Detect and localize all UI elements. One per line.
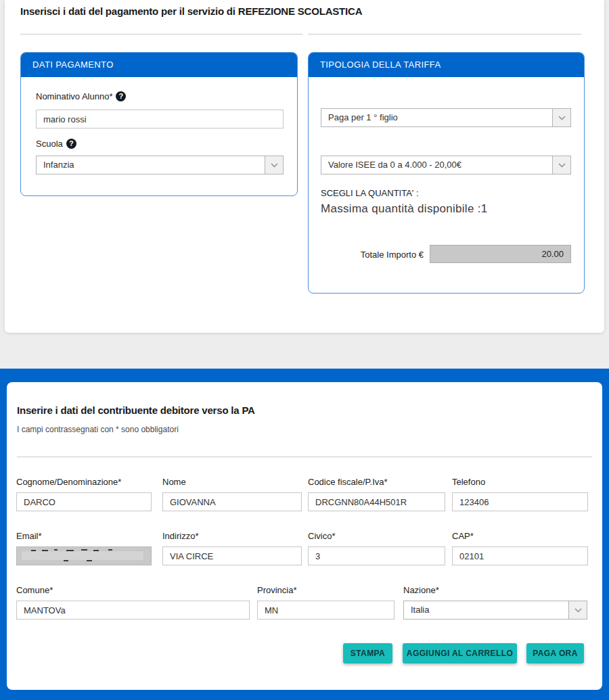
name-input[interactable] <box>162 492 302 511</box>
total-amount-label: Totale Importo € <box>309 250 424 260</box>
tariff-panel-header: TIPOLOGIA DELLA TARIFFA <box>309 53 584 77</box>
phone-input[interactable] <box>452 492 588 511</box>
page-title: Inserisci i dati del pagamento per il se… <box>20 5 362 17</box>
student-name-label: Nominativo Alunno* ? <box>36 91 126 101</box>
payment-entry-card: Inserisci i dati del pagamento per il se… <box>5 0 604 333</box>
chevron-down-icon <box>552 109 570 126</box>
tariff-type-panel: TIPOLOGIA DELLA TARIFFA Paga per 1 ° fig… <box>308 52 585 294</box>
debtor-section-background: Inserire i dati del contribuente debitor… <box>0 369 609 700</box>
total-amount-input <box>430 245 571 263</box>
debtor-section-subtitle: I campi contrassegnati con * sono obblig… <box>17 425 179 434</box>
payment-data-panel: DATI PAGAMENTO Nominativo Alunno* ? Scuo… <box>20 52 298 196</box>
nation-select-value: Italia <box>404 601 568 619</box>
child-number-select-value: Paga per 1 ° figlio <box>321 109 552 126</box>
province-label: Provincia* <box>257 585 297 595</box>
civic-label: Civico* <box>308 531 335 541</box>
school-select[interactable]: Infanzia <box>36 156 284 174</box>
cap-label: CAP* <box>452 531 474 541</box>
email-label: Email* <box>16 531 42 541</box>
fiscal-code-input[interactable] <box>308 492 445 511</box>
province-input[interactable] <box>257 601 394 620</box>
city-label: Comune* <box>16 585 53 595</box>
chevron-down-icon <box>265 156 283 174</box>
nation-label: Nazione* <box>403 585 439 595</box>
city-input[interactable] <box>16 601 250 620</box>
debtor-data-card: Inserire i dati del contribuente debitor… <box>7 382 602 690</box>
question-circle-icon[interactable]: ? <box>66 139 76 149</box>
print-button[interactable]: STAMPA <box>343 643 392 663</box>
school-select-value: Infanzia <box>37 156 265 174</box>
nation-select[interactable]: Italia <box>403 601 587 620</box>
surname-input[interactable] <box>16 492 152 511</box>
fiscal-code-label: Codice fiscale/P.Iva* <box>308 477 388 487</box>
cap-input[interactable] <box>452 546 588 565</box>
title-divider-left <box>20 34 302 34</box>
address-label: Indirizzo* <box>162 531 198 541</box>
name-label: Nome <box>162 477 186 487</box>
civic-input[interactable] <box>308 546 445 565</box>
student-name-input[interactable] <box>36 110 284 129</box>
school-label-text: Scuola <box>36 139 63 149</box>
chevron-down-icon <box>552 156 570 174</box>
pay-now-button[interactable]: PAGA ORA <box>526 643 584 663</box>
child-number-select[interactable]: Paga per 1 ° figlio <box>321 108 571 127</box>
payment-panel-header: DATI PAGAMENTO <box>21 53 297 77</box>
redacted-text <box>21 551 144 561</box>
chevron-down-icon <box>568 601 587 619</box>
quantity-label: SCEGLI LA QUANTITA' : <box>321 188 419 198</box>
address-input[interactable] <box>162 546 302 565</box>
isee-tariff-select[interactable]: Valore ISEE da 0 a 4.000 - 20,00€ <box>321 156 571 174</box>
form-divider <box>17 457 592 457</box>
max-quantity-text: Massima quantità disponibile :1 <box>321 202 488 216</box>
debtor-section-title: Inserire i dati del contribuente debitor… <box>17 404 255 416</box>
surname-label: Cognome/Denominazione* <box>16 477 121 487</box>
email-input <box>16 546 152 565</box>
title-divider-right <box>308 34 581 34</box>
add-to-cart-button[interactable]: AGGIUNGI AL CARRELLO <box>403 643 517 663</box>
isee-tariff-select-value: Valore ISEE da 0 a 4.000 - 20,00€ <box>321 156 552 174</box>
phone-label: Telefono <box>452 477 485 487</box>
question-circle-icon[interactable]: ? <box>116 91 126 101</box>
student-name-label-text: Nominativo Alunno* <box>36 91 112 101</box>
school-label: Scuola ? <box>36 139 76 149</box>
